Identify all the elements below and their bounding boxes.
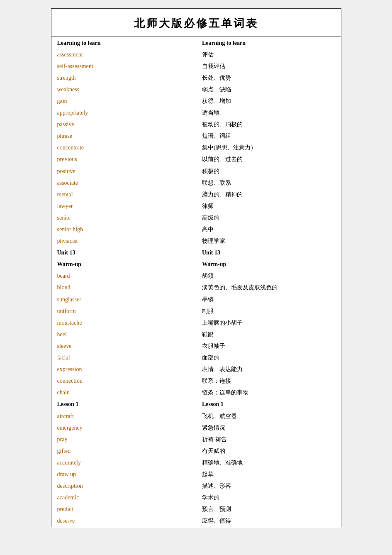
word-chinese: 应得、值得 [202, 518, 231, 524]
word-chinese: 获得、增加 [202, 98, 231, 104]
table-row: associate联想、联系 [51, 177, 341, 188]
word-english: strength [57, 75, 76, 81]
word-chinese: 预言、预测 [202, 506, 231, 512]
table-row: senior高级的 [51, 212, 341, 223]
table-row: description描述、形容 [51, 480, 341, 492]
word-english: self-assessment [57, 63, 93, 69]
word-english: assessment [57, 51, 83, 58]
word-chinese: 有天赋的 [202, 448, 225, 454]
table-row: sunglasses墨镜 [51, 293, 341, 305]
page-title: 北师大版必修五单词表 [51, 9, 341, 37]
word-english: appropriately [57, 110, 88, 116]
word-english: concentrate [57, 144, 84, 151]
word-chinese: 描述、形容 [202, 483, 231, 489]
word-english: gifted [57, 448, 71, 454]
word-chinese: 积极的 [202, 168, 219, 174]
table-row: self-assessment自我评估 [51, 60, 341, 72]
word-chinese: 集中(思想、注意力） [202, 144, 256, 151]
table-row: Lesson 1Lesson 1 [51, 399, 341, 410]
word-chinese: 表情、表达能力 [202, 366, 243, 372]
word-english: draw up [57, 471, 76, 477]
table-row: passive被动的、消极的 [51, 119, 341, 130]
word-chinese: 面部的 [202, 355, 219, 361]
table-row: predict预言、预测 [51, 504, 341, 515]
table-row: phrase短语、词组 [51, 130, 341, 142]
word-chinese: 弱点、缺陷 [202, 86, 231, 93]
word-english: pray [57, 436, 68, 443]
table-row: gifted有天赋的 [51, 445, 341, 457]
word-english: facial [57, 355, 70, 361]
word-english: predict [57, 506, 73, 512]
word-chinese: 被动的、消极的 [202, 121, 243, 127]
table-row: appropriately适当地 [51, 107, 341, 119]
word-english: physicist [57, 238, 78, 244]
word-chinese: 以前的、过去的 [202, 156, 243, 162]
table-row: physicist物理学家 [51, 235, 341, 247]
word-english: positive [57, 168, 75, 174]
table-row: gain获得、增加 [51, 95, 341, 107]
word-english: beard [57, 273, 70, 279]
word-chinese: 联系：连接 [202, 378, 231, 384]
table-row: expression表情、表达能力 [51, 364, 341, 375]
word-chinese: 祈祷 祷告 [202, 436, 227, 443]
word-chinese: 适当地 [202, 110, 219, 116]
word-english: chain [57, 389, 70, 396]
table-row: blond淡黄色的、毛发及皮肤浅色的 [51, 282, 341, 293]
table-row: moustache上嘴唇的小胡子 [51, 317, 341, 328]
word-chinese: 胡须 [202, 273, 214, 279]
word-chinese: 联想、联系 [202, 180, 231, 186]
word-chinese: 高级的 [202, 215, 219, 221]
table-row: aircraft飞机、航空器 [51, 410, 341, 422]
page-container: 北师大版必修五单词表 Learning to learnLearning to … [51, 8, 341, 527]
table-row: deserve应得、值得 [51, 515, 341, 527]
table-row: chain链条；连串的事物 [51, 387, 341, 399]
table-row: positive积极的 [51, 165, 341, 177]
vocab-table: Learning to learnLearning to learnassess… [51, 37, 341, 527]
section-header-left: Learning to learn [57, 40, 101, 46]
section-header-right: Lesson 1 [202, 401, 224, 407]
word-english: heel [57, 331, 67, 337]
word-english: gain [57, 98, 67, 104]
section-header-left: Lesson 1 [57, 401, 79, 407]
table-row: previous以前的、过去的 [51, 154, 341, 165]
table-row: pray祈祷 祷告 [51, 433, 341, 445]
word-english: sunglasses [57, 296, 82, 303]
word-chinese: 自我评估 [202, 63, 225, 69]
table-row: assessment评估 [51, 49, 341, 60]
section-header-right: Unit 13 [202, 249, 220, 256]
word-chinese: 短语、词组 [202, 133, 231, 139]
word-english: accurately [57, 460, 81, 466]
word-chinese: 衣服袖子 [202, 343, 225, 349]
table-row: heel鞋跟 [51, 328, 341, 340]
table-row: connection联系：连接 [51, 375, 341, 387]
word-english: blond [57, 284, 71, 291]
table-row: mental脑力的、精神的 [51, 188, 341, 200]
word-chinese: 链条；连串的事物 [202, 389, 248, 396]
word-chinese: 鞋跟 [202, 331, 214, 337]
word-english: expression [57, 366, 82, 372]
word-chinese: 紧急情况 [202, 425, 225, 431]
table-row: uniform制服 [51, 305, 341, 317]
word-english: emergency [57, 425, 83, 431]
word-english: lawyer [57, 203, 73, 209]
word-english: senior [57, 215, 71, 221]
table-row: weakness弱点、缺陷 [51, 83, 341, 95]
word-chinese: 淡黄色的、毛发及皮肤浅色的 [202, 284, 278, 291]
word-english: phrase [57, 133, 73, 139]
table-row: facial面部的 [51, 352, 341, 364]
word-english: associate [57, 180, 78, 186]
section-header-left: Unit 13 [57, 249, 75, 256]
word-english: deserve [57, 518, 75, 524]
word-english: sleeve [57, 343, 72, 349]
word-chinese: 制服 [202, 308, 214, 314]
section-header-right: Learning to learn [202, 40, 246, 46]
table-row: beard胡须 [51, 270, 341, 282]
word-english: uniform [57, 308, 76, 314]
table-row: Unit 13Unit 13 [51, 247, 341, 259]
word-english: description [57, 483, 83, 489]
word-english: senior high [57, 226, 83, 232]
word-chinese: 物理学家 [202, 238, 225, 244]
word-chinese: 上嘴唇的小胡子 [202, 320, 243, 326]
word-english: academic [57, 494, 79, 501]
table-row: draw up起草 [51, 468, 341, 480]
